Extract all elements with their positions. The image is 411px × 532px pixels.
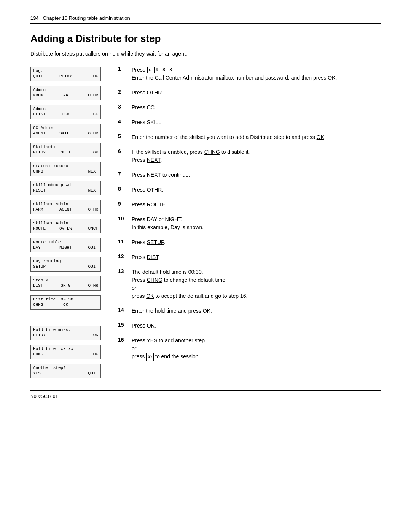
- lcd-btn-mbox: MBOX: [33, 93, 55, 97]
- lcd-line2-s12: DIST GRTG OTHR: [33, 283, 98, 288]
- step-2: 2 Press OTHR.: [118, 89, 381, 97]
- step-content-1: Press c983. Enter the Call Center Admini…: [132, 66, 381, 82]
- lcd-line1-s7: Skill mbox pswd: [33, 183, 98, 187]
- step-content-14: Enter the hold time and press OK.: [132, 307, 381, 315]
- lcd-btn-ok-s14: OK: [76, 333, 98, 337]
- step-3: 3 Press CC.: [118, 104, 381, 112]
- step-content-2: Press OTHR.: [132, 89, 381, 97]
- step-number-2: 2: [118, 89, 132, 95]
- step-number-5: 5: [118, 133, 132, 139]
- phone-icon: ✆: [146, 353, 154, 361]
- step-number-11: 11: [118, 238, 132, 244]
- lcd-btn-quit-s1: QUIT: [33, 74, 55, 78]
- step-number-14: 14: [118, 307, 132, 313]
- lcd-line1-s15: Hold time: xx:xx: [33, 347, 98, 351]
- step-13: 13 The default hold time is 00:30. Press…: [118, 268, 381, 300]
- key-chng-13: CHNG: [147, 277, 162, 283]
- step-content-13: The default hold time is 00:30. Press CH…: [132, 268, 381, 300]
- step-number-7: 7: [118, 171, 132, 177]
- lcd-line2-s3: GLIST CCR CC: [33, 112, 98, 117]
- lcd-screen-4: CC Admin AGENT SKILL OTHR: [30, 124, 101, 138]
- step-number-13: 13: [118, 268, 132, 274]
- lcd-line1-s6: Status: xxxxxx: [33, 164, 98, 168]
- key-ok-5: OK: [317, 134, 324, 140]
- step-content-6: If the skillset is enabled, press CHNG t…: [132, 148, 381, 164]
- lcd-line1-s5: Skillset:: [33, 145, 98, 149]
- key-8: 8: [161, 67, 167, 73]
- lcd-line2-s1: QUIT RETRY OK: [33, 74, 98, 78]
- key-dist: DIST: [147, 254, 158, 260]
- step-4: 4 Press SKILL.: [118, 118, 381, 126]
- lcd-btn-ok-s1: OK: [76, 74, 98, 78]
- lcd-line1-s14: Hold time mmss:: [33, 328, 98, 332]
- lcd-btn-ok-s13: OK: [55, 302, 76, 307]
- key-othr-2: OTHR: [147, 89, 162, 96]
- step-content-12: Press DIST.: [132, 253, 381, 261]
- lcd-btn-ok-s5: OK: [76, 150, 98, 155]
- lcd-screen-3: Admin GLIST CCR CC: [30, 105, 101, 119]
- lcd-screen-8: Skillset Admin PARM AGENT OTHR: [30, 200, 101, 214]
- lcd-screen-16: Another step? YES QUIT: [30, 364, 101, 378]
- lcd-line1-s12: Step x: [33, 278, 98, 283]
- step-number-15: 15: [118, 322, 132, 328]
- lcd-btn-ok-s15: OK: [76, 352, 98, 356]
- step-number-12: 12: [118, 253, 132, 259]
- lcd-screen-10: Route Table DAY NIGHT QUIT: [30, 238, 101, 252]
- step-number-16: 16: [118, 337, 132, 343]
- lcd-btn-chng-s15: CHNG: [33, 352, 55, 356]
- step-content-10: Press DAY or NIGHT. In this example, Day…: [132, 216, 381, 232]
- lcd-btn-glist: GLIST: [33, 112, 55, 117]
- header-text: 134 Chapter 10 Routing table administrat…: [30, 15, 130, 21]
- lcd-screen-14: Hold time mmss: RETRY OK: [30, 326, 101, 340]
- step-6: 6 If the skillset is enabled, press CHNG…: [118, 148, 381, 164]
- lcd-line2-s4: AGENT SKILL OTHR: [33, 131, 98, 136]
- lcd-line2-s7: RESET NEXT: [33, 188, 98, 193]
- lcd-line1-s11: Day routing: [33, 259, 98, 264]
- step-9: 9 Press ROUTE.: [118, 201, 381, 209]
- chapter-title: Chapter 10 Routing table administration: [43, 15, 130, 21]
- lcd-line2-s2: MBOX AA OTHR: [33, 93, 98, 97]
- lcd-line2-s16: YES QUIT: [33, 371, 98, 375]
- step-content-8: Press OTHR.: [132, 186, 381, 194]
- lcd-btn-uncf: UNCF: [76, 226, 98, 231]
- lcd-line1-s4: CC Admin: [33, 126, 98, 130]
- lcd-btn-cc: CC: [76, 112, 98, 117]
- step-number-6: 6: [118, 148, 132, 154]
- lcd-line2-s15: CHNG OK: [33, 352, 98, 356]
- lcd-btn-parm: PARM: [33, 207, 55, 212]
- spacer-1: [30, 314, 114, 322]
- lcd-screen-6: Status: xxxxxx CHNG NEXT: [30, 162, 101, 176]
- lcd-line2-s6: CHNG NEXT: [33, 169, 98, 174]
- lcd-btn-skill: SKILL: [55, 131, 76, 136]
- lcd-line2-s9: ROUTE OVFLW UNCF: [33, 226, 98, 231]
- lcd-btn-grtg: GRTG: [55, 283, 76, 288]
- lcd-btn-aa: AA: [55, 93, 76, 97]
- page-title: Adding a Distribute for step: [30, 33, 381, 45]
- lcd-btn-ovflw: OVFLW: [55, 226, 76, 231]
- lcd-btn-chng-s13: CHNG: [33, 302, 55, 307]
- content-area: Log: QUIT RETRY OK Admin MBOX AA OTHR Ad…: [30, 66, 381, 379]
- lcd-btn-next-s6: NEXT: [76, 169, 98, 174]
- lcd-btn-othr-s8: OTHR: [76, 207, 98, 212]
- key-next-6: NEXT: [147, 157, 161, 163]
- lcd-btn-day: DAY: [33, 245, 55, 250]
- lcd-btn-ccr: CCR: [55, 112, 76, 117]
- lcd-line1-s1: Log:: [33, 69, 98, 73]
- doc-number: N0025637 01: [30, 394, 58, 399]
- page-footer: N0025637 01: [30, 390, 381, 399]
- key-day: DAY: [147, 216, 158, 222]
- lcd-line1-s13: Dist time: 00:30: [33, 297, 98, 302]
- lcd-line2-s13: CHNG OK: [33, 302, 98, 307]
- lcd-btn-chng-s6: CHNG: [33, 169, 55, 174]
- key-9: 9: [154, 67, 160, 73]
- lcd-line2-s14: RETRY OK: [33, 333, 98, 337]
- lcd-line2-s10: DAY NIGHT QUIT: [33, 245, 98, 250]
- key-setup: SETUP: [147, 239, 164, 245]
- step-number-9: 9: [118, 201, 132, 207]
- lcd-line2-s5: RETRY QUIT OK: [33, 150, 98, 155]
- page-number: 134: [30, 15, 39, 21]
- key-route: ROUTE: [147, 201, 166, 208]
- step-11: 11 Press SETUP.: [118, 238, 381, 246]
- lcd-btn-night: NIGHT: [55, 245, 76, 250]
- lcd-btn-agent-s8: AGENT: [55, 207, 76, 212]
